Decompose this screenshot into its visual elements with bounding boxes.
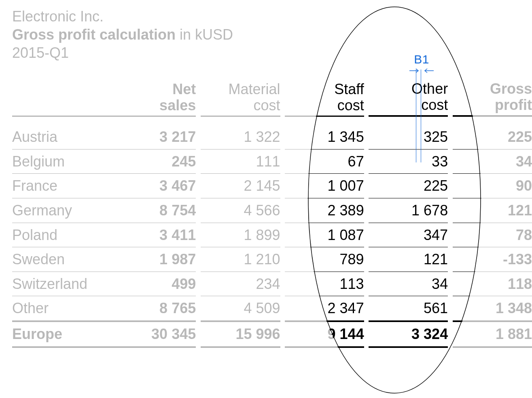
col-header-text: Gross [490, 80, 532, 97]
cell-gross-profit: 34 [453, 150, 532, 174]
gross-profit-table: Net sales Material cost Staff cost Other… [12, 81, 532, 348]
col-header-text: cost [337, 97, 364, 114]
table-row: Germany8 7544 5662 3891 678121 [12, 198, 532, 223]
cell-material-cost: 4 566 [201, 198, 280, 223]
cell-staff-cost: 2 347 [285, 296, 364, 322]
table-row: France3 4672 1451 00722590 [12, 174, 532, 198]
page: Electronic Inc. Gross profit calculation… [0, 0, 532, 398]
cell-net-sales: 1 987 [117, 247, 196, 272]
annotation-b1-label: B1 [409, 53, 434, 66]
col-header-other-cost: Other cost [369, 81, 448, 117]
total-label: Europe [12, 322, 117, 348]
col-header-net-sales: Net sales [117, 81, 196, 117]
table-row: Austria3 2171 3221 345325225 [12, 125, 532, 150]
total-other-cost: 3 324 [369, 322, 448, 348]
row-label: Switzerland [12, 272, 117, 297]
cell-staff-cost: 1 007 [285, 174, 364, 198]
table-body: Austria3 2171 3221 345325225Belgium24511… [12, 125, 532, 322]
report-title-block: Electronic Inc. Gross profit calculation… [12, 7, 233, 62]
cell-other-cost: 33 [369, 150, 448, 174]
report-period: 2015-Q1 [12, 44, 233, 62]
cell-other-cost: 325 [369, 125, 448, 150]
cell-material-cost: 1 210 [201, 247, 280, 272]
cell-net-sales: 499 [117, 272, 196, 297]
cell-gross-profit: 121 [453, 198, 532, 223]
cell-staff-cost: 113 [285, 272, 364, 297]
cell-staff-cost: 67 [285, 150, 364, 174]
row-label: Sweden [12, 247, 117, 272]
row-label: Poland [12, 223, 117, 248]
dimension-arrows-icon [409, 67, 434, 74]
annotation-b1: B1 [409, 53, 434, 74]
cell-net-sales: 3 411 [117, 223, 196, 248]
cell-staff-cost: 789 [285, 247, 364, 272]
cell-material-cost: 234 [201, 272, 280, 297]
cell-material-cost: 1 322 [201, 125, 280, 150]
row-label: Belgium [12, 150, 117, 174]
cell-net-sales: 3 217 [117, 125, 196, 150]
table-row: Poland3 4111 8991 08734778 [12, 223, 532, 248]
cell-other-cost: 561 [369, 296, 448, 322]
row-label: Other [12, 296, 117, 322]
col-header-text: cost [253, 97, 280, 114]
col-header-gross-profit: Gross profit [453, 81, 532, 117]
cell-gross-profit: 1 348 [453, 296, 532, 322]
cell-other-cost: 347 [369, 223, 448, 248]
company-name: Electronic Inc. [12, 7, 233, 25]
subtitle-bold: Gross profit calculation [12, 26, 176, 43]
table-total-row: Europe 30 345 15 996 9 144 3 324 1 881 [12, 322, 532, 348]
cell-other-cost: 121 [369, 247, 448, 272]
cell-other-cost: 34 [369, 272, 448, 297]
col-header-text: Net [172, 81, 196, 97]
table-row: Switzerland49923411334118 [12, 272, 532, 297]
row-label: France [12, 174, 117, 198]
cell-other-cost: 1 678 [369, 198, 448, 223]
subtitle-unit: in kUSD [176, 26, 233, 43]
total-staff-cost: 9 144 [285, 322, 364, 348]
cell-gross-profit: 225 [453, 125, 532, 150]
cell-material-cost: 2 145 [201, 174, 280, 198]
total-material-cost: 15 996 [201, 322, 280, 348]
col-header-text: profit [495, 97, 532, 113]
col-header-material-cost: Material cost [201, 81, 280, 117]
total-net-sales: 30 345 [117, 322, 196, 348]
table-row: Sweden1 9871 210789121-133 [12, 247, 532, 272]
col-header-country [12, 81, 117, 117]
cell-material-cost: 4 509 [201, 296, 280, 322]
cell-net-sales: 245 [117, 150, 196, 174]
total-gross-profit: 1 881 [453, 322, 532, 348]
cell-staff-cost: 1 345 [285, 125, 364, 150]
cell-other-cost: 225 [369, 174, 448, 198]
table-row: Other8 7654 5092 3475611 348 [12, 296, 532, 322]
cell-gross-profit: 118 [453, 272, 532, 297]
cell-staff-cost: 2 389 [285, 198, 364, 223]
cell-staff-cost: 1 087 [285, 223, 364, 248]
cell-net-sales: 8 754 [117, 198, 196, 223]
report-subtitle: Gross profit calculation in kUSD [12, 25, 233, 44]
cell-gross-profit: -133 [453, 247, 532, 272]
col-header-text: cost [421, 97, 448, 113]
cell-material-cost: 111 [201, 150, 280, 174]
cell-gross-profit: 90 [453, 174, 532, 198]
col-header-text: Other [411, 80, 448, 97]
row-label: Germany [12, 198, 117, 223]
cell-net-sales: 3 467 [117, 174, 196, 198]
table-header-row: Net sales Material cost Staff cost Other… [12, 81, 532, 117]
table-row: Belgium245111673334 [12, 150, 532, 174]
col-header-text: Staff [334, 81, 364, 97]
col-header-staff-cost: Staff cost [285, 81, 364, 117]
cell-gross-profit: 78 [453, 223, 532, 248]
col-header-text: sales [159, 97, 196, 114]
row-label: Austria [12, 125, 117, 150]
col-header-text: Material [228, 81, 280, 97]
cell-material-cost: 1 899 [201, 223, 280, 248]
cell-net-sales: 8 765 [117, 296, 196, 322]
header-spacer [12, 117, 532, 125]
